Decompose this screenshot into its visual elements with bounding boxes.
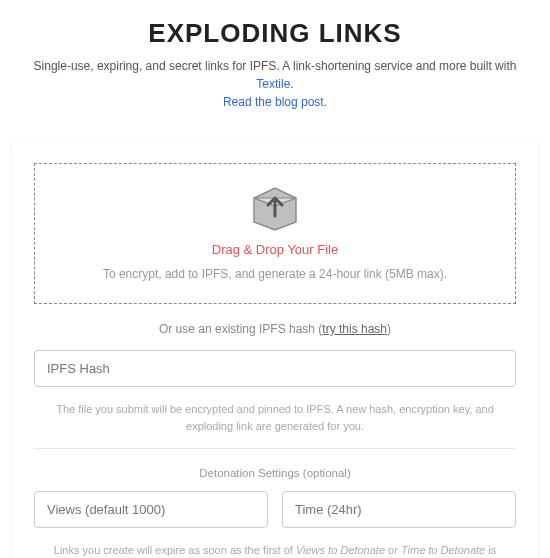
try-hash-link[interactable]: try this hash — [322, 322, 387, 336]
or-use-hash-line: Or use an existing IPFS hash (try this h… — [34, 322, 516, 336]
detonation-help-text: Links you create will expire as soon as … — [34, 542, 516, 558]
footer-mid: or — [385, 544, 401, 556]
time-input[interactable] — [282, 491, 516, 528]
detonation-label: Detonation Settings (optional) — [34, 467, 516, 479]
separator — [34, 448, 516, 449]
textile-link[interactable]: Textile — [256, 77, 290, 91]
or-line-post: ) — [387, 322, 391, 336]
main-card: Drag & Drop Your File To encrypt, add to… — [12, 141, 538, 558]
dropzone-title: Drag & Drop Your File — [45, 242, 505, 257]
upload-icon — [250, 186, 300, 232]
page-title: EXPLODING LINKS — [30, 18, 520, 49]
subtitle-text-pre: Single-use, expiring, and secret links f… — [34, 59, 517, 73]
page-header: EXPLODING LINKS Single-use, expiring, an… — [0, 0, 550, 121]
footer-em1: Views to Detonate — [296, 544, 385, 556]
detonation-row — [34, 491, 516, 528]
blog-post-link[interactable]: Read the blog post. — [223, 95, 327, 109]
views-input[interactable] — [34, 491, 268, 528]
or-line-pre: Or use an existing IPFS hash ( — [159, 322, 322, 336]
footer-em2: Time to Detonate — [401, 544, 485, 556]
hash-help-text: The file you submit will be encrypted an… — [34, 401, 516, 434]
file-dropzone[interactable]: Drag & Drop Your File To encrypt, add to… — [34, 163, 516, 304]
subtitle-text-post: . — [290, 77, 293, 91]
page-subtitle: Single-use, expiring, and secret links f… — [30, 57, 520, 111]
footer-pre: Links you create will expire as soon as … — [54, 544, 296, 556]
dropzone-subtitle: To encrypt, add to IPFS, and generate a … — [45, 267, 505, 281]
ipfs-hash-input[interactable] — [34, 350, 516, 387]
